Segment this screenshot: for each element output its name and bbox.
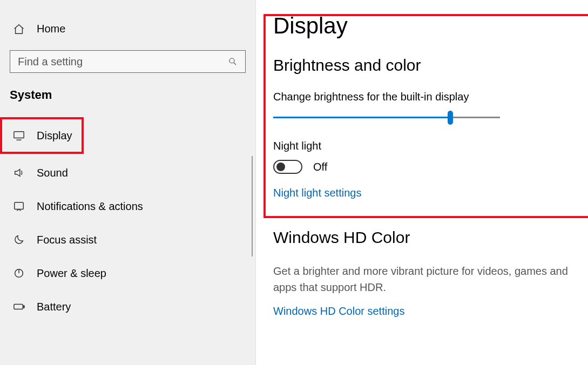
night-light-state: Off [313,161,327,173]
monitor-icon [13,130,25,141]
slider-thumb[interactable] [448,111,453,125]
notifications-icon [13,200,25,212]
sidebar-item-display[interactable]: Display [0,117,84,154]
sidebar-item-focus-assist[interactable]: Focus assist [0,223,253,256]
home-label: Home [37,23,65,35]
svg-line-1 [234,63,236,65]
hdcolor-description: Get a brighter and more vibrant picture … [273,263,584,295]
brightness-slider-label: Change brightness for the built-in displ… [273,91,584,103]
sidebar-item-label: Battery [37,301,71,313]
search-container [10,50,246,73]
svg-rect-7 [14,304,23,309]
home-nav[interactable]: Home [0,17,255,45]
svg-rect-4 [15,202,24,209]
group-hdcolor-title: Windows HD Color [273,228,584,247]
search-icon [227,56,239,67]
page-title: Display [273,13,584,39]
night-light-settings-link[interactable]: Night light settings [273,187,584,199]
sidebar-item-sound[interactable]: Sound [0,156,253,190]
moon-icon [13,234,25,246]
power-icon [13,267,25,279]
search-input[interactable] [18,56,227,68]
night-light-toggle[interactable] [273,160,302,174]
settings-main: Display Brightness and color Change brig… [256,0,588,365]
toggle-knob [276,163,285,171]
sidebar-item-label: Notifications & actions [37,200,143,213]
home-icon [13,23,25,35]
svg-rect-2 [14,132,24,138]
search-box[interactable] [10,50,246,73]
sidebar-item-label: Power & sleep [37,267,106,280]
speaker-icon [13,167,25,179]
battery-icon [13,301,25,313]
brightness-slider[interactable] [273,111,500,125]
svg-rect-8 [23,306,24,308]
sidebar-item-label: Focus assist [37,234,97,246]
svg-point-0 [229,58,234,63]
sidebar-item-label: Sound [37,167,68,179]
settings-sidebar: Home System Display Sound [0,0,256,365]
slider-fill [273,117,450,118]
sidebar-item-notifications[interactable]: Notifications & actions [0,190,253,223]
sidebar-item-power-sleep[interactable]: Power & sleep [0,256,253,290]
sidebar-item-label: Display [37,130,72,142]
night-light-label: Night light [273,140,584,152]
hdcolor-settings-link[interactable]: Windows HD Color settings [273,305,584,317]
sidebar-section-title: System [0,88,255,117]
group-brightness-title: Brightness and color [273,56,584,75]
sidebar-item-battery[interactable]: Battery [0,290,253,323]
